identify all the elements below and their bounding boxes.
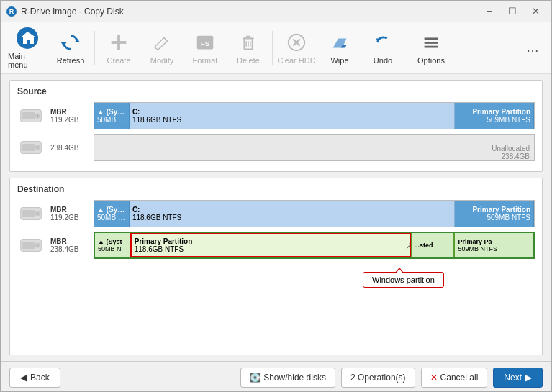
disk-icon-1	[17, 106, 45, 126]
tooltip-text: Windows partition	[372, 275, 435, 284]
toolbar-options[interactable]: Options	[410, 26, 452, 70]
show-hide-label: Show/hide disks	[263, 373, 326, 383]
arrow-indicator: ↗	[405, 240, 411, 251]
more-button[interactable]: …	[520, 37, 546, 58]
source-disk-2-info: 238.4GB	[50, 144, 88, 152]
toolbar-modify[interactable]: Modify	[141, 26, 183, 70]
toolbar-format[interactable]: FS Format	[184, 26, 226, 70]
svg-rect-34	[22, 242, 35, 249]
destination-title: Destination	[17, 184, 535, 194]
cancel-label: Cancel all	[440, 373, 479, 383]
toolbar-create[interactable]: Create	[98, 26, 140, 70]
source-disk-1-size: 119.2GB	[50, 116, 78, 124]
wipe-icon	[328, 31, 351, 54]
operations-count: 2 Operation(s)	[341, 368, 415, 388]
dest-disk-1-partitions: ▲ (System Res 50MB NTFS C: 118.6GB NTFS …	[94, 200, 535, 227]
back-label: Back	[30, 373, 50, 383]
source-part-3[interactable]: Primary Partition 509MB NTFS	[455, 103, 534, 129]
source-disk-2: 238.4GB Unallocated 238.4GB	[17, 134, 535, 161]
dest-disk-icon-1	[17, 204, 45, 224]
dest-part-3[interactable]: Primary Partition 509MB NTFS	[455, 201, 534, 227]
source-section: Source MBR 119.2GB ▲ (System Rese 50MB N…	[9, 80, 543, 172]
dest-disk2-part-2[interactable]: Primary Partition 118.6GB NTFS ↗	[130, 233, 411, 257]
footer: ◀ Back 💽 Show/hide disks 2 Operation(s) …	[1, 361, 551, 392]
pencil-icon	[150, 31, 173, 54]
svg-rect-18	[425, 37, 438, 40]
disk-icon-2	[17, 137, 45, 158]
trash-icon	[237, 31, 260, 54]
clear-icon	[285, 31, 308, 54]
dest-disk2-part-4[interactable]: Primary Pa 509MB NTFS	[454, 233, 533, 257]
main-content: Source MBR 119.2GB ▲ (System Rese 50MB N…	[1, 74, 551, 361]
toolbar: Main menu Refresh Create Modify FS Forma…	[1, 22, 551, 74]
dest-disk-2-info: MBR 238.4GB	[50, 237, 88, 253]
footer-right: 💽 Show/hide disks 2 Operation(s) ✕ Cance…	[240, 368, 543, 388]
dest-disk-1: MBR 119.2GB ▲ (System Res 50MB NTFS C: 1…	[17, 200, 535, 227]
svg-text:FS: FS	[201, 40, 209, 47]
source-title: Source	[17, 86, 535, 96]
toolbar-delete-label: Delete	[237, 56, 260, 65]
dest-disk-icon-2	[17, 235, 45, 255]
dest-disk-2-partitions: ▲ (Syst 50MB N Primary Partition 118.6GB…	[94, 232, 535, 259]
toolbar-sep-3	[407, 31, 407, 65]
source-disk-1-partitions: ▲ (System Rese 50MB NTFS C: 118.6GB NTFS…	[94, 102, 535, 129]
source-disk-2-size: 238.4GB	[50, 144, 78, 152]
minimize-button[interactable]: −	[479, 4, 499, 19]
cancel-all-button[interactable]: ✕ Cancel all	[421, 368, 488, 388]
svg-rect-4	[112, 41, 127, 44]
next-button[interactable]: Next ▶	[493, 368, 543, 388]
toolbar-wipe-label: Wipe	[330, 56, 348, 65]
title-bar: R R-Drive Image - Copy Disk − ☐ ✕	[1, 1, 551, 22]
destination-section: Destination MBR 119.2GB ▲ (System Res 50…	[9, 178, 543, 355]
source-disk-1: MBR 119.2GB ▲ (System Rese 50MB NTFS C: …	[17, 102, 535, 129]
windows-partition-tooltip: Windows partition	[363, 272, 444, 288]
svg-rect-19	[425, 42, 438, 44]
svg-point-32	[37, 213, 39, 215]
home-icon	[16, 27, 39, 50]
toolbar-sep-2	[272, 31, 273, 65]
source-part-2[interactable]: C: 118.6GB NTFS	[130, 103, 455, 129]
toolbar-options-label: Options	[417, 56, 445, 65]
svg-point-28	[37, 147, 39, 149]
toolbar-refresh-label: Refresh	[57, 56, 85, 65]
window-title: R-Drive Image - Copy Disk	[21, 6, 124, 17]
toolbar-delete[interactable]: Delete	[227, 26, 269, 70]
toolbar-undo[interactable]: Undo	[362, 26, 404, 70]
source-disk-2-partitions: Unallocated 238.4GB	[94, 134, 535, 161]
window-controls: − ☐ ✕	[479, 4, 546, 19]
back-button[interactable]: ◀ Back	[9, 368, 60, 388]
dest-disk2-part-1[interactable]: ▲ (Syst 50MB N	[95, 233, 130, 257]
source-part-1[interactable]: ▲ (System Rese 50MB NTFS	[94, 103, 130, 129]
toolbar-undo-label: Undo	[374, 56, 392, 65]
undo-icon	[371, 31, 394, 54]
svg-point-24	[37, 115, 39, 117]
source-disk-1-info: MBR 119.2GB	[50, 108, 88, 124]
back-arrow-icon: ◀	[20, 373, 27, 383]
maximize-button[interactable]: ☐	[502, 4, 522, 19]
menu-icon	[420, 31, 443, 54]
toolbar-sep-1	[94, 31, 95, 65]
dest-part-2[interactable]: C: 118.6GB NTFS	[130, 201, 455, 227]
toolbar-main-menu[interactable]: Main menu	[6, 26, 48, 70]
refresh-icon	[59, 31, 82, 54]
svg-rect-20	[425, 46, 438, 48]
dest-disk-2: MBR 238.4GB ▲ (Syst 50MB N Primary Parti…	[17, 232, 535, 259]
svg-point-36	[37, 245, 39, 247]
toolbar-modify-label: Modify	[150, 56, 173, 65]
toolbar-clear-hdd[interactable]: Clear HDD	[276, 26, 317, 70]
toolbar-wipe[interactable]: Wipe	[319, 26, 361, 70]
dest-part-1[interactable]: ▲ (System Res 50MB NTFS	[94, 201, 130, 227]
source-part-unalloc: Unallocated 238.4GB	[94, 135, 534, 160]
dest-disk2-part-3[interactable]: ...sted	[411, 233, 455, 257]
toolbar-format-label: Format	[193, 56, 218, 65]
operations-label: 2 Operation(s)	[350, 373, 406, 383]
close-button[interactable]: ✕	[525, 4, 546, 19]
toolbar-refresh[interactable]: Refresh	[50, 26, 91, 70]
toolbar-create-label: Create	[107, 56, 130, 65]
toolbar-clear-hdd-label: Clear HDD	[277, 56, 315, 65]
show-hide-button[interactable]: 💽 Show/hide disks	[240, 368, 335, 388]
app-icon: R	[6, 6, 17, 17]
cancel-icon: ✕	[430, 373, 438, 383]
next-label: Next	[504, 373, 522, 383]
svg-rect-22	[22, 112, 35, 119]
